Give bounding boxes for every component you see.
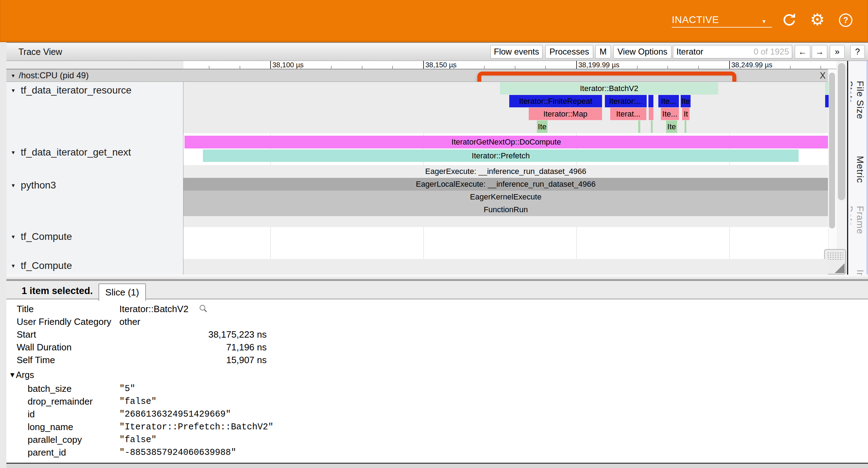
arg-label-parent_id: parent_id: [28, 446, 66, 459]
trace-slice[interactable]: Ite: [537, 120, 548, 133]
args-section-header[interactable]: ▼Args: [9, 368, 34, 381]
arg-value: "Iterator::Prefetch::BatchV2": [119, 421, 273, 433]
collapse-triangle-icon[interactable]: ▾: [12, 149, 15, 156]
close-process-button[interactable]: X: [817, 70, 828, 81]
arg-value: "5": [119, 382, 135, 395]
trace-slice[interactable]: [648, 95, 653, 107]
ruler-minor-tick: [760, 66, 760, 69]
track-label: tf_Compute: [21, 260, 72, 271]
trace-slice[interactable]: Iterator::FiniteRepeat: [509, 95, 602, 107]
trace-slice[interactable]: Iterator:...: [605, 95, 647, 107]
ruler-minor-tick: [362, 66, 362, 69]
trace-slice[interactable]: [825, 95, 829, 107]
ruler-tick-label: 38,100 µs: [272, 61, 303, 69]
tab-slice[interactable]: Slice (1): [98, 283, 146, 301]
collapse-triangle-icon[interactable]: ▾: [12, 87, 15, 94]
toolbar-button-view-options[interactable]: View Options: [613, 45, 671, 58]
arg-value: "-8853857924060639988": [119, 446, 236, 459]
ruler-minor-tick: [209, 66, 209, 69]
side-tab-file-size-stats[interactable]: File Size Stats: [851, 81, 866, 130]
arg-value: "false": [119, 433, 157, 446]
trace-slice[interactable]: Ite...: [661, 108, 679, 120]
inner-scrollbar-thumb[interactable]: [829, 73, 835, 229]
trace-slice[interactable]: FunctionRun: [183, 203, 828, 216]
detail-label-start: Start: [17, 328, 36, 341]
search-result-count: 0 of 1925: [754, 47, 789, 57]
trace-slice[interactable]: [825, 82, 829, 95]
ruler-tick-label: 38,150 µs: [425, 61, 456, 69]
side-tab-in[interactable]: In: [851, 270, 866, 275]
toolbar-button-flow-events[interactable]: Flow events: [490, 45, 543, 58]
toolbar-button-processes[interactable]: Processes: [545, 45, 593, 58]
panel-splitter[interactable]: [6, 275, 868, 279]
magnifier-icon[interactable]: [198, 304, 208, 314]
ruler-minor-tick: [515, 66, 515, 69]
sidebar-track-tf_data_iterator_resource-0[interactable]: ▾tf_data_iterator_resource: [9, 84, 179, 96]
ruler-minor-tick: [484, 66, 484, 69]
trace-slice[interactable]: EagerLocalExecute: __inference_run_datas…: [183, 178, 828, 191]
search-value: Iterator: [676, 47, 754, 57]
trace-slice[interactable]: Ite: [666, 120, 677, 133]
help-icon[interactable]: ?: [839, 13, 852, 27]
trace-slice[interactable]: EagerExecute: __inference_run_dataset_49…: [183, 165, 828, 178]
trace-slice[interactable]: It: [682, 108, 690, 120]
arg-label-batch_size: batch_size: [28, 382, 72, 395]
detail-value: Iterator::BatchV2: [119, 303, 188, 315]
trace-slice[interactable]: [685, 120, 686, 133]
sidebar-track-tf_Compute-3[interactable]: ▾tf_Compute: [9, 231, 179, 243]
collapse-triangle-icon[interactable]: ▾: [12, 182, 15, 189]
status-dropdown[interactable]: INACTIVE ▾: [672, 13, 772, 28]
trace-slice[interactable]: [649, 108, 653, 120]
trace-slice[interactable]: Iterator::Map: [529, 108, 602, 120]
search-nav-button-3[interactable]: ?: [850, 45, 865, 58]
grip-triangle-icon: [835, 263, 845, 273]
status-dropdown-value: INACTIVE: [672, 14, 719, 26]
track-label: tf_data_iterator_resource: [21, 85, 132, 96]
detail-label-self-time: Self Time: [17, 354, 55, 366]
ruler-major-tick: [729, 61, 730, 69]
trace-slice[interactable]: Iterator::Prefetch: [203, 150, 799, 162]
trace-slice[interactable]: Ite: [681, 95, 691, 107]
trace-slice[interactable]: [638, 120, 640, 133]
ruler-minor-tick: [668, 66, 668, 69]
ruler-tick-label: 38,249.99 µs: [731, 61, 772, 69]
refresh-icon[interactable]: [782, 12, 796, 27]
trace-slice[interactable]: Iterator::BatchV2: [500, 82, 718, 95]
trace-slice[interactable]: [651, 120, 653, 133]
ruler-major-tick: [576, 61, 577, 69]
sidebar-track-tf_Compute-4[interactable]: ▾tf_Compute: [9, 260, 179, 272]
args-collapse-triangle-icon[interactable]: ▼: [9, 371, 16, 379]
ruler-minor-tick: [392, 66, 393, 69]
outer-scrollbar-thumb[interactable]: [838, 63, 845, 200]
grip-dots-icon: [827, 252, 843, 261]
ruler-minor-tick: [607, 66, 607, 69]
collapse-triangle-icon[interactable]: ▾: [12, 262, 15, 270]
page-title: Trace View: [18, 46, 62, 57]
detail-value: 71,196 ns: [119, 341, 267, 354]
trace-slice[interactable]: Iterat...: [610, 108, 646, 120]
search-input[interactable]: Iterator 0 of 1925: [673, 45, 792, 58]
detail-value: 15,907 ns: [119, 354, 267, 366]
sidebar-track-tf_data_iterator_get_next-1[interactable]: ▾tf_data_iterator_get_next: [9, 146, 179, 158]
ruler-tick-label: 38,199.99 µs: [578, 61, 619, 69]
row-band: [183, 216, 828, 227]
side-tab-metrics[interactable]: Metrics: [851, 156, 866, 182]
collapse-triangle-icon[interactable]: ▾: [12, 72, 15, 79]
ruler-major-tick: [270, 61, 271, 69]
search-nav-button-1[interactable]: →: [812, 45, 827, 58]
trace-slice[interactable]: EagerKernelExecute: [183, 191, 828, 203]
search-nav-button-2[interactable]: »: [830, 45, 845, 58]
trace-slice[interactable]: IteratorGetNextOp::DoCompute: [185, 136, 828, 148]
side-tab-frame-data[interactable]: Frame Data: [851, 206, 866, 243]
trace-slice[interactable]: Ite...: [658, 95, 679, 107]
search-nav-button-0[interactable]: ←: [795, 45, 810, 58]
chevron-down-icon: ▾: [762, 18, 766, 25]
ruler-minor-tick: [821, 66, 821, 69]
ruler-minor-tick: [454, 66, 454, 69]
sidebar-track-python3-2[interactable]: ▾python3: [9, 179, 179, 191]
track-label: python3: [21, 180, 56, 191]
collapse-triangle-icon[interactable]: ▾: [12, 233, 15, 241]
ruler-minor-tick: [637, 66, 637, 69]
settings-gear-icon[interactable]: ⚙: [810, 11, 825, 28]
toolbar-button-m[interactable]: M: [595, 45, 611, 58]
